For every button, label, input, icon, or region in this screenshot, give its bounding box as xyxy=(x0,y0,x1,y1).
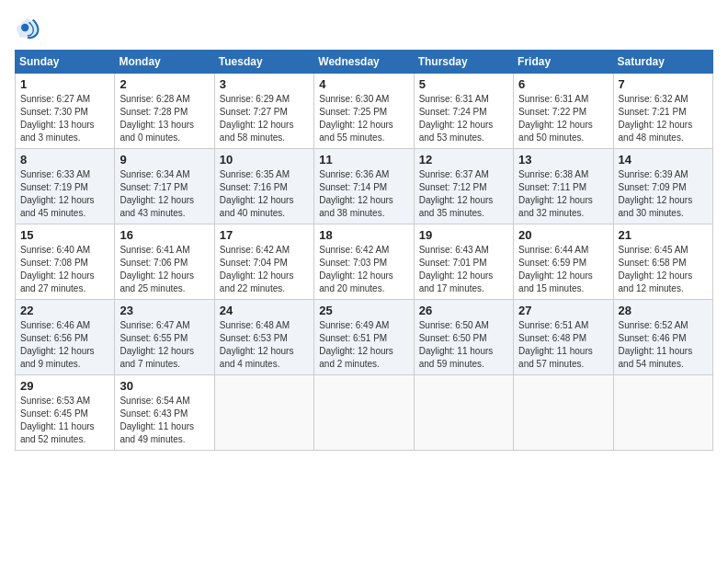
day-info: Sunrise: 6:50 AMSunset: 6:50 PMDaylight:… xyxy=(419,319,508,371)
day-info: Sunrise: 6:53 AMSunset: 6:45 PMDaylight:… xyxy=(20,395,109,446)
day-number: 28 xyxy=(619,304,708,317)
calendar-cell: 9Sunrise: 6:34 AMSunset: 7:17 PMDaylight… xyxy=(115,149,214,224)
day-number: 11 xyxy=(319,153,408,167)
calendar-cell xyxy=(314,375,414,451)
day-info: Sunrise: 6:44 AMSunset: 6:59 PMDaylight:… xyxy=(518,244,608,295)
calendar-week-row: 8Sunrise: 6:33 AMSunset: 7:19 PMDaylight… xyxy=(16,149,713,224)
calendar-cell: 11Sunrise: 6:36 AMSunset: 7:14 PMDayligh… xyxy=(314,149,414,224)
day-info: Sunrise: 6:45 AMSunset: 6:58 PMDaylight:… xyxy=(619,244,708,295)
day-info: Sunrise: 6:42 AMSunset: 7:03 PMDaylight:… xyxy=(319,244,408,295)
calendar-cell: 14Sunrise: 6:39 AMSunset: 7:09 PMDayligh… xyxy=(613,149,712,224)
day-number: 17 xyxy=(220,228,309,242)
calendar-cell: 30Sunrise: 6:54 AMSunset: 6:43 PMDayligh… xyxy=(115,375,214,451)
calendar-cell: 3Sunrise: 6:29 AMSunset: 7:27 PMDaylight… xyxy=(214,74,313,149)
day-info: Sunrise: 6:29 AMSunset: 7:27 PMDaylight:… xyxy=(220,93,309,144)
day-number: 30 xyxy=(119,379,209,393)
calendar-cell: 28Sunrise: 6:52 AMSunset: 6:46 PMDayligh… xyxy=(613,300,712,375)
day-number: 6 xyxy=(518,77,608,91)
calendar-cell: 1Sunrise: 6:27 AMSunset: 7:30 PMDaylight… xyxy=(16,74,115,149)
day-number: 21 xyxy=(619,228,708,242)
calendar-cell xyxy=(214,375,313,451)
calendar-cell: 26Sunrise: 6:50 AMSunset: 6:50 PMDayligh… xyxy=(414,300,513,375)
calendar-cell: 15Sunrise: 6:40 AMSunset: 7:08 PMDayligh… xyxy=(16,224,115,300)
day-number: 7 xyxy=(619,77,708,91)
day-number: 15 xyxy=(20,228,109,242)
calendar-week-row: 1Sunrise: 6:27 AMSunset: 7:30 PMDaylight… xyxy=(16,74,713,149)
calendar-cell: 25Sunrise: 6:49 AMSunset: 6:51 PMDayligh… xyxy=(314,300,414,375)
calendar-table: SundayMondayTuesdayWednesdayThursdayFrid… xyxy=(15,50,713,451)
day-number: 14 xyxy=(619,153,708,167)
calendar-cell: 18Sunrise: 6:42 AMSunset: 7:03 PMDayligh… xyxy=(314,224,414,300)
day-info: Sunrise: 6:31 AMSunset: 7:22 PMDaylight:… xyxy=(518,93,608,144)
calendar-cell: 10Sunrise: 6:35 AMSunset: 7:16 PMDayligh… xyxy=(214,149,313,224)
day-info: Sunrise: 6:42 AMSunset: 7:04 PMDaylight:… xyxy=(220,244,309,295)
column-header-thursday: Thursday xyxy=(414,51,513,74)
day-number: 24 xyxy=(220,304,309,317)
day-info: Sunrise: 6:39 AMSunset: 7:09 PMDaylight:… xyxy=(619,168,708,220)
calendar-week-row: 15Sunrise: 6:40 AMSunset: 7:08 PMDayligh… xyxy=(16,224,713,300)
day-number: 19 xyxy=(419,228,508,242)
calendar-cell: 16Sunrise: 6:41 AMSunset: 7:06 PMDayligh… xyxy=(115,224,214,300)
day-number: 22 xyxy=(20,304,109,317)
day-info: Sunrise: 6:41 AMSunset: 7:06 PMDaylight:… xyxy=(119,244,209,295)
day-info: Sunrise: 6:38 AMSunset: 7:11 PMDaylight:… xyxy=(518,168,608,220)
calendar-cell: 6Sunrise: 6:31 AMSunset: 7:22 PMDaylight… xyxy=(514,74,613,149)
calendar-cell xyxy=(414,375,513,451)
svg-point-1 xyxy=(21,24,28,31)
day-number: 4 xyxy=(319,77,408,91)
calendar-cell: 22Sunrise: 6:46 AMSunset: 6:56 PMDayligh… xyxy=(16,300,115,375)
day-info: Sunrise: 6:30 AMSunset: 7:25 PMDaylight:… xyxy=(319,93,408,144)
calendar-cell xyxy=(514,375,613,451)
day-number: 27 xyxy=(518,304,608,317)
day-number: 10 xyxy=(220,153,309,167)
day-info: Sunrise: 6:35 AMSunset: 7:16 PMDaylight:… xyxy=(220,168,309,220)
calendar-week-row: 22Sunrise: 6:46 AMSunset: 6:56 PMDayligh… xyxy=(16,300,713,375)
column-header-friday: Friday xyxy=(514,51,613,74)
calendar-cell: 8Sunrise: 6:33 AMSunset: 7:19 PMDaylight… xyxy=(16,149,115,224)
day-info: Sunrise: 6:36 AMSunset: 7:14 PMDaylight:… xyxy=(319,168,408,220)
calendar-cell: 2Sunrise: 6:28 AMSunset: 7:28 PMDaylight… xyxy=(115,74,214,149)
column-header-wednesday: Wednesday xyxy=(314,51,414,74)
day-number: 12 xyxy=(419,153,508,167)
calendar-cell: 17Sunrise: 6:42 AMSunset: 7:04 PMDayligh… xyxy=(214,224,313,300)
day-info: Sunrise: 6:48 AMSunset: 6:53 PMDaylight:… xyxy=(220,319,309,371)
calendar-cell: 19Sunrise: 6:43 AMSunset: 7:01 PMDayligh… xyxy=(414,224,513,300)
day-number: 2 xyxy=(119,77,209,91)
logo-icon xyxy=(15,15,40,40)
day-info: Sunrise: 6:40 AMSunset: 7:08 PMDaylight:… xyxy=(20,244,109,295)
day-info: Sunrise: 6:43 AMSunset: 7:01 PMDaylight:… xyxy=(419,244,508,295)
day-number: 9 xyxy=(119,153,209,167)
day-info: Sunrise: 6:28 AMSunset: 7:28 PMDaylight:… xyxy=(119,93,209,144)
day-number: 20 xyxy=(518,228,608,242)
day-info: Sunrise: 6:49 AMSunset: 6:51 PMDaylight:… xyxy=(319,319,408,371)
calendar-cell: 12Sunrise: 6:37 AMSunset: 7:12 PMDayligh… xyxy=(414,149,513,224)
day-number: 13 xyxy=(518,153,608,167)
day-number: 29 xyxy=(20,379,109,393)
calendar-cell: 4Sunrise: 6:30 AMSunset: 7:25 PMDaylight… xyxy=(314,74,414,149)
calendar-cell: 24Sunrise: 6:48 AMSunset: 6:53 PMDayligh… xyxy=(214,300,313,375)
calendar-cell: 27Sunrise: 6:51 AMSunset: 6:48 PMDayligh… xyxy=(514,300,613,375)
page-header xyxy=(15,15,713,40)
column-header-sunday: Sunday xyxy=(16,51,115,74)
calendar-cell: 29Sunrise: 6:53 AMSunset: 6:45 PMDayligh… xyxy=(16,375,115,451)
day-number: 5 xyxy=(419,77,508,91)
day-info: Sunrise: 6:52 AMSunset: 6:46 PMDaylight:… xyxy=(619,319,708,371)
day-info: Sunrise: 6:54 AMSunset: 6:43 PMDaylight:… xyxy=(119,395,209,446)
day-number: 1 xyxy=(20,77,109,91)
day-number: 16 xyxy=(119,228,209,242)
calendar-cell: 7Sunrise: 6:32 AMSunset: 7:21 PMDaylight… xyxy=(613,74,712,149)
column-header-tuesday: Tuesday xyxy=(214,51,313,74)
day-info: Sunrise: 6:37 AMSunset: 7:12 PMDaylight:… xyxy=(419,168,508,220)
day-number: 3 xyxy=(220,77,309,91)
day-info: Sunrise: 6:33 AMSunset: 7:19 PMDaylight:… xyxy=(20,168,109,220)
day-info: Sunrise: 6:51 AMSunset: 6:48 PMDaylight:… xyxy=(518,319,608,371)
day-info: Sunrise: 6:31 AMSunset: 7:24 PMDaylight:… xyxy=(419,93,508,144)
calendar-cell: 23Sunrise: 6:47 AMSunset: 6:55 PMDayligh… xyxy=(115,300,214,375)
day-number: 26 xyxy=(419,304,508,317)
day-info: Sunrise: 6:47 AMSunset: 6:55 PMDaylight:… xyxy=(119,319,209,371)
day-info: Sunrise: 6:34 AMSunset: 7:17 PMDaylight:… xyxy=(119,168,209,220)
day-number: 8 xyxy=(20,153,109,167)
logo xyxy=(15,15,44,40)
day-number: 25 xyxy=(319,304,408,317)
day-info: Sunrise: 6:46 AMSunset: 6:56 PMDaylight:… xyxy=(20,319,109,371)
